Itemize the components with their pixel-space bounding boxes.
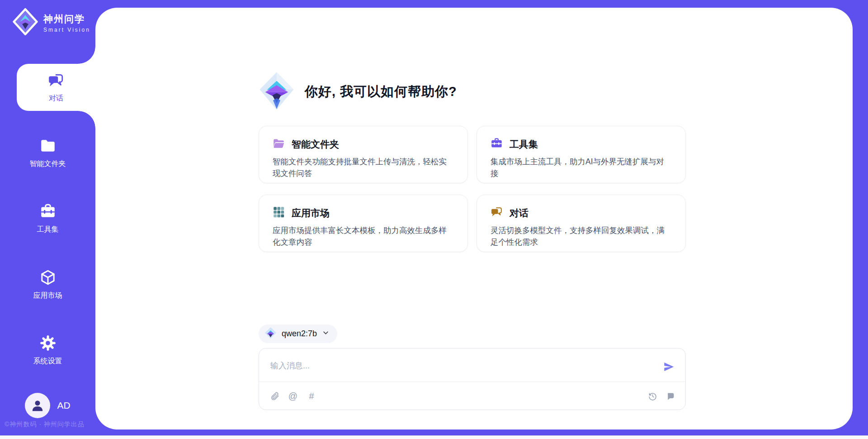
folder-icon <box>39 137 57 156</box>
card-description: 应用市场提供丰富长文本模板，助力高效生成多样化文章内容 <box>273 225 454 248</box>
sidebar-item-label: 工具集 <box>37 225 59 234</box>
card-chat[interactable]: 对话 灵活切换多模型文件，支持多样回复效果调试，满足个性化需求 <box>476 195 686 252</box>
card-app-market[interactable]: 应用市场 应用市场提供丰富长文本模板，助力高效生成多样化文章内容 <box>259 195 468 252</box>
model-selector[interactable]: qwen2:7b <box>259 324 337 343</box>
history-icon[interactable] <box>647 391 658 401</box>
card-toolset[interactable]: 工具集 集成市场上主流工具，助力AI与外界无缝扩展与对接 <box>476 126 686 183</box>
sidebar-item-chat[interactable]: 对话 <box>17 64 95 111</box>
card-title: 智能文件夹 <box>292 138 339 151</box>
window-bottom-strip <box>0 435 868 439</box>
greeting-block: 你好, 我可以如何帮助你? <box>259 72 457 112</box>
model-name: qwen2:7b <box>282 329 317 339</box>
brand-diamond-icon <box>13 8 38 37</box>
gear-icon <box>39 334 57 353</box>
sidebar-item-label: 智能文件夹 <box>30 159 66 169</box>
sidebar-item-smart-folder[interactable]: 智能文件夹 <box>0 137 95 169</box>
user-account[interactable]: AD <box>0 393 95 418</box>
message-input[interactable] <box>270 358 646 374</box>
toolbox-icon <box>39 203 57 222</box>
sidebar-item-label: 应用市场 <box>33 291 62 301</box>
sidebar-item-label: 对话 <box>49 94 63 103</box>
send-button[interactable] <box>662 360 675 373</box>
assistant-logo-icon <box>259 72 295 112</box>
brand-logo: 神州问学 Smart Vision <box>13 8 90 37</box>
card-title: 应用市场 <box>292 207 330 220</box>
avatar <box>25 393 50 418</box>
brand-subtitle: Smart Vision <box>43 27 90 33</box>
message-composer: @ # <box>259 348 686 410</box>
hash-icon[interactable]: # <box>306 391 317 401</box>
open-folder-icon <box>273 137 285 151</box>
app-root: 神州问学 Smart Vision 对话 智能文件夹 <box>0 0 868 439</box>
send-icon <box>663 361 675 373</box>
feature-cards: 智能文件夹 智能文件夹功能支持批量文件上传与清洗，轻松实现文件问答 工具集 集成… <box>259 126 686 252</box>
card-smart-folder[interactable]: 智能文件夹 智能文件夹功能支持批量文件上传与清洗，轻松实现文件问答 <box>259 126 468 183</box>
card-description: 集成市场上主流工具，助力AI与外界无缝扩展与对接 <box>491 156 672 180</box>
greeting-title: 你好, 我可以如何帮助你? <box>305 83 457 101</box>
sidebar-item-label: 系统设置 <box>33 357 62 366</box>
sidebar-item-toolset[interactable]: 工具集 <box>0 203 95 234</box>
chat-bubble-icon <box>491 206 503 220</box>
card-description: 智能文件夹功能支持批量文件上传与清洗，轻松实现文件问答 <box>273 156 454 180</box>
composer-toolbar: @ # <box>259 382 685 410</box>
sidebar: 神州问学 Smart Vision 对话 智能文件夹 <box>0 0 95 439</box>
card-description: 灵活切换多模型文件，支持多样回复效果调试，满足个性化需求 <box>491 225 672 248</box>
grid-icon <box>273 206 285 220</box>
user-avatar-icon <box>30 398 45 413</box>
card-title: 对话 <box>509 207 528 220</box>
sidebar-footer-text: ©神州数码 · 神州问学出品 <box>5 420 95 429</box>
sidebar-item-settings[interactable]: 系统设置 <box>0 334 95 366</box>
chat-icon <box>47 72 65 91</box>
briefcase-icon <box>491 137 503 151</box>
card-title: 工具集 <box>509 138 538 151</box>
mention-icon[interactable]: @ <box>288 391 298 401</box>
model-logo-icon <box>264 327 277 341</box>
brand-title: 神州问学 <box>43 13 90 25</box>
comment-icon[interactable] <box>665 391 675 401</box>
user-name: AD <box>57 400 70 411</box>
sidebar-item-app-market[interactable]: 应用市场 <box>0 269 95 301</box>
chevron-down-icon <box>322 329 330 339</box>
cube-icon <box>39 269 57 288</box>
attachment-icon[interactable] <box>269 391 280 401</box>
